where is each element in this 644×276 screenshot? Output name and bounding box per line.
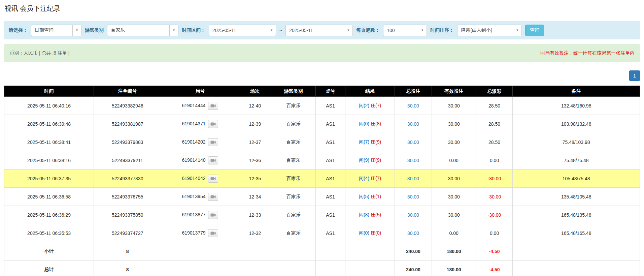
table-row[interactable]: 2025-05-11 06:38:41 522493379883 6190142… — [4, 133, 640, 151]
table-no-cell: AS1 — [316, 170, 345, 188]
game-type-cell: 百家乐 — [271, 115, 315, 133]
total-bet-link[interactable]: 30.00 — [407, 103, 419, 109]
search-button[interactable]: 查询 — [525, 25, 544, 36]
round-cell: 619014202 — [161, 133, 239, 151]
time-cell: 2025-05-11 06:38:16 — [4, 151, 94, 170]
valid-bet-cell: 30.00 — [432, 133, 476, 151]
sort-order-value[interactable] — [457, 25, 513, 36]
table-row[interactable]: 2025-05-11 06:36:58 522493376755 6190139… — [4, 188, 640, 206]
total-valid-bet: 180.00 — [432, 260, 476, 276]
remark-cell: 103.98/132.48 — [513, 115, 640, 133]
table-row[interactable]: 2025-05-11 06:35:53 522493374727 6190137… — [4, 224, 640, 242]
select-mode-value[interactable] — [31, 25, 72, 36]
game-type-value[interactable] — [107, 25, 169, 36]
chevron-down-icon[interactable]: ▾ — [418, 25, 427, 36]
result-banker: 庄(5) — [371, 212, 381, 217]
video-replay-button[interactable] — [208, 138, 218, 146]
table-row[interactable]: 2025-05-11 06:37:35 522493377830 6190140… — [4, 170, 640, 188]
total-bet-link[interactable]: 30.00 — [407, 194, 419, 200]
page-1-button[interactable]: 1 — [629, 70, 640, 81]
total-bet-link[interactable]: 30.00 — [407, 176, 419, 181]
date-from-value[interactable] — [209, 25, 267, 36]
date-to-dropdown[interactable]: ▾ — [285, 25, 353, 36]
session-cell: 12-39 — [239, 115, 271, 133]
table-row[interactable]: 2025-05-11 06:38:16 522493379211 6190141… — [4, 151, 640, 170]
subtotal-valid-bet: 180.00 — [432, 242, 476, 260]
table-row[interactable]: 2025-05-11 06:39:48 522493381987 6190143… — [4, 115, 640, 133]
video-replay-button[interactable] — [208, 102, 218, 110]
time-cell: 2025-05-11 06:39:48 — [4, 115, 94, 133]
column-header: 有效投注 — [432, 86, 476, 97]
round-id: 619013954 — [182, 193, 205, 199]
column-header: 结果 — [345, 86, 395, 97]
time-cell: 2025-05-11 06:36:29 — [4, 206, 94, 224]
round-id: 619014140 — [182, 157, 205, 162]
result-player: 闲(2) — [359, 103, 369, 108]
video-replay-button[interactable] — [208, 229, 218, 237]
payout-cell: -30.00 — [476, 188, 513, 206]
session-cell: 12-40 — [239, 97, 271, 115]
chevron-down-icon[interactable]: ▾ — [513, 25, 521, 36]
round-cell: 619014371 — [161, 115, 239, 133]
result-cell: 闲(4)庄(7) — [345, 170, 395, 188]
total-bet-link[interactable]: 30.00 — [407, 212, 419, 218]
result-banker: 庄(1) — [371, 194, 381, 199]
bet-id-cell: 522493381987 — [94, 115, 161, 133]
chevron-down-icon[interactable]: ▾ — [169, 25, 178, 36]
result-player: 闲(0) — [359, 121, 369, 126]
table-row[interactable]: 2025-05-11 06:36:29 522493375850 6190138… — [4, 206, 640, 224]
subtotal-payout: -4.50 — [476, 242, 513, 260]
session-cell: 12-36 — [239, 151, 271, 170]
video-replay-button[interactable] — [208, 193, 218, 201]
chevron-down-icon[interactable]: ▾ — [72, 25, 81, 36]
page-size-value[interactable] — [383, 25, 418, 36]
video-replay-button[interactable] — [208, 175, 218, 183]
date-to-value[interactable] — [286, 25, 344, 36]
table-row[interactable]: 2025-05-11 06:40:16 522493382946 6190144… — [4, 97, 640, 115]
total-bet-link[interactable]: 30.00 — [407, 231, 419, 236]
payout-cell: -30.00 — [476, 206, 513, 224]
total-bet-link[interactable]: 30.00 — [407, 121, 419, 127]
round-cell: 619013779 — [161, 224, 239, 242]
video-replay-button[interactable] — [208, 211, 218, 219]
round-id: 619013877 — [182, 212, 205, 217]
subtotal-total-bet: 240.00 — [395, 242, 432, 260]
remark-cell: 132.48/160.98 — [513, 97, 640, 115]
same-round-notice: 同局有效投注，统一计算在该局第一张注单内 — [540, 50, 635, 56]
sort-order-label: 时间排序： — [430, 27, 454, 33]
chevron-down-icon[interactable]: ▾ — [344, 25, 352, 36]
bet-id-cell: 522493379883 — [94, 133, 161, 151]
video-camera-icon — [210, 140, 216, 144]
video-replay-button[interactable] — [208, 120, 218, 128]
total-bet-link[interactable]: 30.00 — [407, 140, 419, 145]
round-id: 619014042 — [182, 175, 205, 181]
date-from-dropdown[interactable]: ▾ — [209, 25, 276, 36]
round-cell: 619014042 — [161, 170, 239, 188]
time-cell: 2025-05-11 06:40:16 — [4, 97, 94, 115]
total-bet-link[interactable]: 30.00 — [407, 158, 419, 163]
game-type-dropdown[interactable]: ▾ — [107, 25, 178, 36]
table-no-cell: AS1 — [316, 206, 345, 224]
video-camera-icon — [210, 195, 216, 199]
video-replay-button[interactable] — [208, 156, 218, 164]
pagination-top: 1 — [4, 70, 640, 81]
game-type-cell: 百家乐 — [271, 188, 315, 206]
remark-cell: 165.48/165.48 — [513, 224, 640, 242]
result-cell: 闲(0)庄(0) — [345, 224, 395, 242]
bet-id-cell: 522493382946 — [94, 97, 161, 115]
sort-order-dropdown[interactable]: ▾ — [457, 25, 522, 36]
column-header: 备注 — [513, 86, 640, 97]
total-row: 总计 8 240.00 180.00 -4.50 — [4, 260, 640, 276]
chevron-down-icon[interactable]: ▾ — [267, 25, 276, 36]
table-no-cell: AS1 — [316, 188, 345, 206]
payout-cell: 28.50 — [476, 97, 513, 115]
total-bet-cell: 30.00 — [395, 97, 432, 115]
bet-id-cell: 522493376755 — [94, 188, 161, 206]
select-mode-dropdown[interactable]: ▾ — [31, 25, 81, 36]
result-player: 闲(4) — [359, 176, 369, 181]
valid-bet-cell: 30.00 — [432, 170, 476, 188]
remark-cell: 165.48/135.48 — [513, 206, 640, 224]
bet-id-cell: 522493375850 — [94, 206, 161, 224]
page-size-dropdown[interactable]: ▾ — [383, 25, 427, 36]
time-cell: 2025-05-11 06:36:58 — [4, 188, 94, 206]
